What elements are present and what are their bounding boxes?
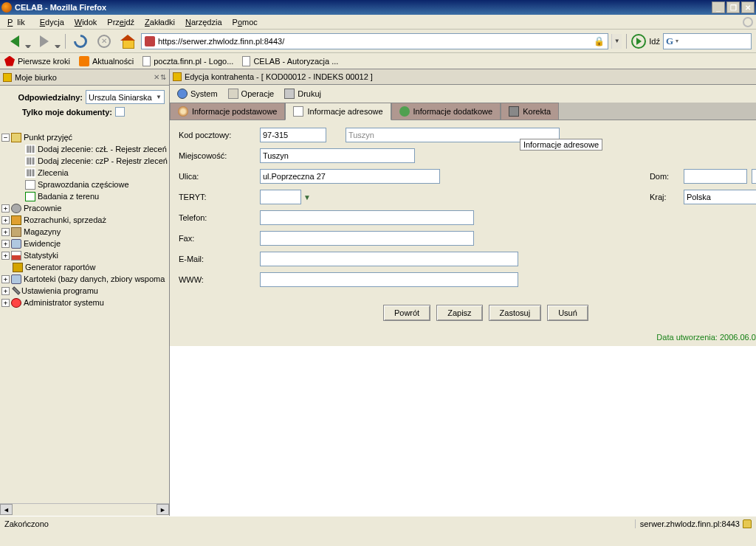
bookmark-celab-auth[interactable]: CELAB - Autoryzacja ...	[242, 56, 338, 66]
responsible-select[interactable]: Urszula Siniarska▼	[86, 90, 165, 104]
address-icon	[293, 106, 303, 117]
forward-dropdown[interactable]	[55, 45, 61, 49]
button-powrot[interactable]: Powrót	[383, 305, 430, 321]
bookmark-aktualnosci[interactable]: Aktualności	[79, 56, 134, 66]
system-icon	[177, 89, 188, 99]
input-www[interactable]	[260, 272, 518, 287]
expand-icon[interactable]: +	[1, 287, 10, 295]
info-icon	[399, 106, 410, 117]
input-fax[interactable]	[260, 231, 474, 246]
sidebar-expand-icon[interactable]: ✕	[154, 73, 159, 81]
expand-icon[interactable]: +	[1, 228, 10, 236]
menu-plik[interactable]: Plik	[3, 16, 34, 28]
search-box[interactable]: G ▾	[663, 33, 752, 49]
input-ulica[interactable]: ul.Poprzeczna 27	[260, 169, 440, 184]
url-bar[interactable]: https://serwer.zhwlodz.finn.pl:8443/ 🔒	[141, 33, 608, 49]
sidebar-icon	[3, 73, 12, 82]
tree-item-kartoteki[interactable]: + Kartoteki (bazy danych, zbiory wspoma	[0, 273, 169, 285]
sidebar-collapse-icon[interactable]: ⇅	[160, 73, 166, 81]
tree-item-badania[interactable]: Badania z terenu	[0, 190, 169, 202]
label-www: WWW:	[179, 275, 252, 284]
menu-widok[interactable]: Widok	[70, 16, 102, 28]
nav-tree: − Punkt przyjęć Dodaj zlecenie: czŁ - Re…	[0, 130, 169, 503]
home-button[interactable]	[117, 32, 138, 50]
expand-icon[interactable]: +	[1, 252, 10, 260]
tree-item-pracownie[interactable]: + Pracownie	[0, 202, 169, 214]
back-dropdown[interactable]	[25, 45, 31, 49]
sidebar-scrollbar[interactable]: ◄ ►	[0, 503, 169, 516]
window-title: CELAB - Mozilla Firefox	[15, 3, 106, 12]
input-teryt[interactable]: ▼	[260, 190, 315, 204]
tab-adresowe[interactable]: Informacje adresowe	[285, 103, 391, 120]
close-button[interactable]: ✕	[741, 1, 755, 13]
tree-item-statystyki[interactable]: + Statystyki	[0, 249, 169, 261]
tab-podstawowe[interactable]: Informacje podstawowe	[170, 103, 286, 120]
restore-button[interactable]: ❐	[726, 1, 740, 13]
tree-item-rozrachunki[interactable]: + Rozrachunki, sprzedaż	[0, 214, 169, 226]
minimize-button[interactable]: _	[712, 1, 725, 13]
status-host: serwer.zhwlodz.finn.pl:8443	[640, 519, 740, 528]
input-dom-1[interactable]	[684, 169, 747, 184]
collapse-icon[interactable]: −	[1, 134, 10, 142]
content-pane: Edycja kontrahenta - [ KOD00012 - INDEKS…	[170, 69, 756, 516]
expand-icon[interactable]: +	[1, 299, 10, 307]
input-kod[interactable]: 97-315	[260, 128, 326, 142]
tree-item-ustawienia[interactable]: + Ustawienia programu	[0, 285, 169, 297]
reload-button[interactable]	[70, 32, 91, 50]
admin-icon	[11, 298, 21, 308]
google-icon: G	[666, 35, 673, 47]
tree-item-ewidencje[interactable]: + Ewidencje	[0, 238, 169, 249]
forward-button[interactable]	[34, 32, 55, 50]
chevron-down-icon[interactable]: ▼	[301, 190, 313, 204]
expand-icon[interactable]: +	[1, 216, 10, 224]
tree-item-admin[interactable]: + Administrator systemu	[0, 297, 169, 308]
expand-icon[interactable]: +	[1, 275, 10, 283]
barcode-icon	[25, 145, 35, 154]
barcode-icon	[25, 156, 35, 166]
expand-icon[interactable]: +	[1, 240, 10, 248]
print-icon	[284, 89, 295, 99]
tree-item-dodaj-czp[interactable]: Dodaj zlecenie: czP - Rejestr zleceń	[0, 155, 169, 167]
input-dom-2[interactable]	[752, 169, 756, 184]
tree-item-sprawozdania[interactable]: Sprawozdania częściowe	[0, 179, 169, 190]
url-dropdown[interactable]: ▼	[611, 34, 622, 49]
button-zapisz[interactable]: Zapisz	[436, 305, 482, 321]
input-miejscowosc[interactable]: Tuszyn	[260, 148, 415, 163]
tab-dodatkowe[interactable]: Informacje dodatkowe	[391, 103, 501, 120]
window-titlebar: CELAB - Mozilla Firefox _ ❐ ✕	[0, 0, 756, 15]
tree-item-punkt[interactable]: − Punkt przyjęć	[0, 131, 169, 143]
button-zastosuj[interactable]: Zastosuj	[489, 305, 542, 321]
input-email[interactable]	[260, 252, 518, 266]
menu-zakladki[interactable]: Zakładki	[140, 16, 179, 28]
content-header: Edycja kontrahenta - [ KOD00012 - INDEKS…	[170, 69, 756, 85]
go-button[interactable]	[631, 34, 646, 49]
lock-icon	[743, 519, 752, 528]
menu-narzedzia[interactable]: Narzędzia	[181, 16, 227, 28]
sidebar-title: Moje biurko	[15, 73, 57, 82]
menu-pomoc[interactable]: Pomoc	[228, 16, 262, 28]
menu-przejdz[interactable]: Przejdź	[103, 16, 139, 28]
scroll-right-icon[interactable]: ►	[157, 504, 169, 515]
scroll-left-icon[interactable]: ◄	[0, 504, 13, 515]
tab-korekta[interactable]: Korekta	[501, 103, 559, 120]
tree-item-magazyny[interactable]: + Magazyny	[0, 226, 169, 238]
menu-operacje[interactable]: Operacje	[224, 87, 279, 100]
tree-item-generator[interactable]: Generator raportów	[0, 261, 169, 273]
tree-item-zlecenia[interactable]: Zlecenia	[0, 167, 169, 179]
menu-edycja[interactable]: Edycja	[35, 16, 69, 28]
bookmark-pierwsze-kroki[interactable]: Pierwsze kroki	[4, 56, 70, 66]
input-kraj[interactable]: Polska ▼	[684, 190, 756, 204]
menu-drukuj[interactable]: Drukuj	[280, 87, 326, 100]
bookmarks-bar: Pierwsze kroki Aktualności poczta.finn.p…	[0, 53, 756, 69]
menu-system[interactable]: System	[173, 87, 222, 100]
only-mine-checkbox[interactable]	[115, 107, 125, 117]
bookmark-poczta[interactable]: poczta.finn.pl - Logo...	[142, 56, 233, 66]
input-telefon[interactable]	[260, 210, 474, 225]
button-usun[interactable]: Usuń	[547, 305, 588, 321]
stop-button[interactable]	[94, 32, 114, 50]
url-text: https://serwer.zhwlodz.finn.pl:8443/	[158, 37, 284, 46]
expand-icon[interactable]: +	[1, 204, 10, 212]
tree-item-dodaj-czl[interactable]: Dodaj zlecenie: czŁ - Rejestr zleceń	[0, 143, 169, 155]
bookmark-icon	[4, 56, 15, 66]
back-button[interactable]	[4, 32, 25, 50]
